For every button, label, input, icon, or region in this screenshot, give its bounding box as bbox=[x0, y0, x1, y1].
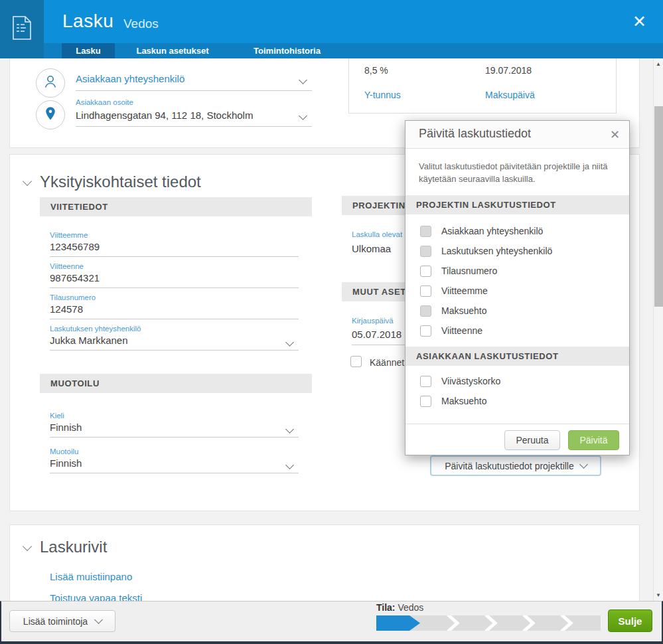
reference-section-header: VIITETIEDOT bbox=[40, 197, 312, 216]
checkbox-label: Laskutuksen yhteyshenkilö bbox=[441, 246, 552, 256]
field-label: Kieli bbox=[50, 412, 299, 420]
tab-toimintohistoria[interactable]: Toimintohistoria bbox=[249, 43, 325, 58]
location-pin-icon bbox=[44, 106, 56, 123]
person-icon bbox=[42, 74, 58, 92]
field-kieli[interactable]: Kieli Finnish bbox=[50, 412, 299, 438]
scroll-down-icon[interactable]: ▼ bbox=[654, 592, 663, 598]
address-avatar bbox=[36, 100, 65, 129]
invoice-document-icon bbox=[11, 15, 33, 44]
customer-contact-link[interactable]: Asiakkaan yhteyshenkilö bbox=[76, 73, 184, 84]
button-label: Lisää toimintoja bbox=[23, 616, 88, 627]
field-underline bbox=[50, 473, 299, 473]
rate-value: 8,5 % bbox=[364, 65, 388, 76]
reverse-charge-label: Käännet bbox=[370, 357, 404, 368]
entry-date-value[interactable]: 05.07.2018 bbox=[352, 329, 402, 340]
submit-button[interactable]: Päivitä bbox=[568, 430, 619, 450]
field-label: Laskutuksen yhteyshenkilö bbox=[50, 325, 299, 333]
checkbox-row[interactable]: Viitteenne bbox=[420, 321, 482, 341]
scrollbar-thumb[interactable] bbox=[654, 106, 663, 307]
dialog-title: Päivitä laskutustiedot bbox=[419, 127, 531, 141]
field-underline bbox=[50, 256, 299, 257]
checkbox-row[interactable]: Asiakkaan yhteyshenkilö bbox=[420, 221, 543, 241]
checkbox-label: Viitteemme bbox=[441, 285, 488, 296]
window-close-icon[interactable]: ✕ bbox=[632, 12, 646, 31]
rows-value[interactable]: Ulkomaa bbox=[352, 243, 391, 254]
checkbox-tilausnumero[interactable] bbox=[420, 266, 431, 277]
invoice-info-panel bbox=[348, 58, 617, 114]
checkbox-row[interactable]: Tilausnumero bbox=[420, 261, 497, 281]
field-underline bbox=[50, 319, 299, 319]
field-tilausnumero[interactable]: Tilausnumero 124578 bbox=[50, 293, 299, 319]
vertical-scrollbar[interactable]: ▲ ▼ bbox=[653, 58, 663, 601]
checkbox-viivastyskorko[interactable] bbox=[420, 376, 431, 387]
more-actions-button[interactable]: Lisää toimintoja bbox=[9, 610, 115, 632]
field-value[interactable]: 124578 bbox=[50, 303, 299, 315]
window-bottom-edge bbox=[0, 641, 663, 644]
checkbox-row[interactable]: Maksuehto bbox=[420, 301, 486, 321]
address-label: Asiakkaan osoite bbox=[76, 98, 133, 106]
entry-date-label: Kirjauspäivä bbox=[352, 317, 394, 325]
checkbox-label: Maksuehto bbox=[441, 396, 486, 406]
checkbox-viitteemme[interactable] bbox=[420, 285, 431, 297]
checkbox-viitteenne[interactable] bbox=[420, 325, 431, 337]
progress-indicator bbox=[376, 615, 601, 633]
field-viitteenne[interactable]: Viitteenne 987654321 bbox=[50, 262, 299, 288]
dialog-description: Valitut laskutustiedot päivitetään proje… bbox=[419, 161, 619, 186]
tab-laskun-asetukset[interactable]: Laskun asetukset bbox=[136, 43, 209, 58]
dialog-close-icon[interactable]: ✕ bbox=[610, 127, 620, 142]
date-value: 19.07.2018 bbox=[485, 65, 532, 76]
close-button[interactable]: Sulje bbox=[608, 609, 652, 632]
field-label: Muotoilu bbox=[50, 447, 299, 455]
status-value: Vedos bbox=[398, 602, 423, 613]
status-label: Tila: bbox=[376, 602, 396, 613]
checkbox-maksuehto-asiakas[interactable] bbox=[420, 396, 431, 407]
format-section-header: MUOTOILU bbox=[40, 374, 312, 393]
app-icon-box bbox=[0, 0, 44, 58]
field-underline bbox=[50, 350, 299, 351]
field-laskutuksen-yhteyshenkilo[interactable]: Laskutuksen yhteyshenkilö Jukka Markkane… bbox=[50, 325, 299, 351]
field-muotoilu[interactable]: Muotoilu Finnish bbox=[50, 447, 299, 473]
due-date-link[interactable]: Maksupäivä bbox=[485, 90, 535, 100]
cancel-button[interactable]: Peruuta bbox=[504, 430, 560, 450]
details-section-title: Yksityiskohtaiset tiedot bbox=[40, 173, 201, 191]
contact-avatar bbox=[36, 68, 65, 98]
field-label: Viitteemme bbox=[50, 231, 299, 239]
add-note-link[interactable]: Lisää muistiinpano bbox=[50, 571, 132, 582]
field-value[interactable]: Finnish bbox=[50, 457, 299, 469]
checkbox-row[interactable]: Viitteemme bbox=[420, 281, 488, 301]
checkbox-row[interactable]: Viivästyskorko bbox=[420, 371, 500, 391]
checkbox-row[interactable]: Laskutuksen yhteyshenkilö bbox=[420, 241, 552, 261]
update-billing-dialog: Päivitä laskutustiedot ✕ Valitut laskutu… bbox=[405, 120, 630, 455]
checkbox-label: Asiakkaan yhteyshenkilö bbox=[441, 226, 543, 236]
checkbox-label: Viitteenne bbox=[441, 325, 482, 336]
field-value[interactable]: Finnish bbox=[50, 422, 299, 433]
tab-lasku[interactable]: Lasku bbox=[62, 43, 115, 58]
checkbox-row[interactable]: Maksuehto bbox=[420, 391, 486, 411]
checkbox-laskutuksen-yhteyshenkilo bbox=[420, 246, 431, 257]
reverse-charge-checkbox[interactable] bbox=[350, 356, 362, 367]
button-label: Peruuta bbox=[516, 435, 548, 445]
invoice-window: Lasku Vedos ✕ Lasku Laskun asetukset Toi… bbox=[0, 0, 663, 644]
button-label: Päivitä bbox=[579, 435, 607, 445]
dialog-footer-divider bbox=[405, 424, 629, 424]
invoice-rows-card bbox=[9, 524, 640, 602]
project-group-header: PROJEKTIN LASKUTUSTIEDOT bbox=[405, 195, 629, 214]
status-badge: Vedos bbox=[123, 17, 159, 31]
scroll-up-icon[interactable]: ▲ bbox=[654, 61, 663, 67]
field-underline bbox=[76, 90, 312, 91]
field-underline bbox=[76, 126, 312, 127]
checkbox-maksuehto-projekti bbox=[420, 305, 431, 317]
update-project-dropdown-button[interactable]: Päivitä laskutustiedot projektille bbox=[430, 455, 601, 476]
business-id-link[interactable]: Y-tunnus bbox=[364, 90, 401, 100]
field-viitteemme[interactable]: Viitteemme 123456789 bbox=[50, 231, 299, 257]
field-value[interactable]: 987654321 bbox=[50, 272, 299, 283]
field-value[interactable]: Jukka Markkanen bbox=[50, 335, 299, 346]
field-underline bbox=[50, 287, 299, 288]
checkbox-label: Tilausnumero bbox=[441, 266, 497, 276]
field-value[interactable]: 123456789 bbox=[50, 241, 299, 252]
checkbox-asiakkaan-yhteyshenkilo bbox=[420, 226, 431, 237]
customer-group-header: ASIAKKAAN LASKUTUSTIEDOT bbox=[405, 347, 629, 366]
field-label: Viitteenne bbox=[50, 262, 299, 270]
address-value[interactable]: Lindhagensgatan 94, 112 18, Stockholm bbox=[76, 110, 253, 121]
page-title: Lasku bbox=[62, 11, 113, 32]
